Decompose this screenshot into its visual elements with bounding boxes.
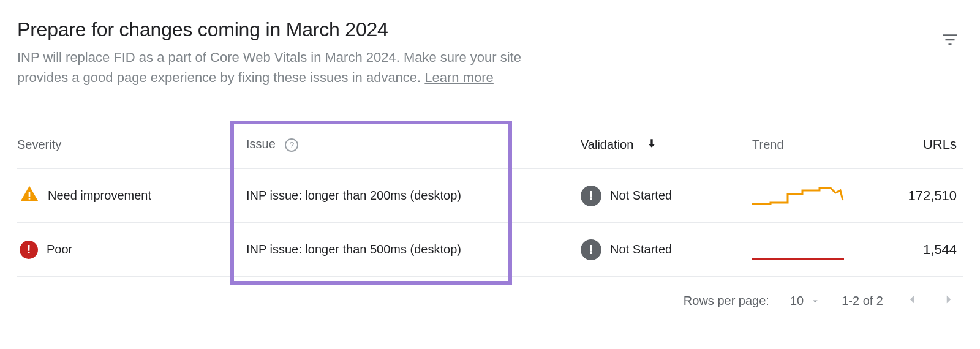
error-circle-icon: ! bbox=[20, 241, 38, 259]
col-header-issue-label: Issue bbox=[246, 137, 276, 151]
severity-label: Need improvement bbox=[48, 189, 151, 203]
exclamation-icon: ! bbox=[581, 186, 601, 206]
urls-count: 1,544 bbox=[887, 242, 963, 258]
dropdown-triangle-icon bbox=[810, 296, 821, 307]
rows-per-page-select[interactable]: 10 bbox=[790, 294, 821, 308]
svg-rect-1 bbox=[29, 198, 31, 200]
table-pagination: Rows per page: 10 1-2 of 2 bbox=[17, 277, 963, 310]
trend-sparkline bbox=[752, 182, 887, 210]
page-title: Prepare for changes coming in March 2024 bbox=[17, 18, 568, 41]
issue-text: INP issue: longer than 500ms (desktop) bbox=[232, 242, 581, 257]
svg-rect-0 bbox=[29, 192, 31, 197]
severity-label: Poor bbox=[47, 242, 72, 257]
col-header-trend: Trend bbox=[752, 138, 887, 152]
table-row[interactable]: ! Poor INP issue: longer than 500ms (des… bbox=[17, 223, 963, 277]
exclamation-icon: ! bbox=[581, 239, 601, 260]
sort-descending-icon bbox=[646, 137, 658, 152]
col-header-severity: Severity bbox=[17, 138, 232, 152]
pagination-range: 1-2 of 2 bbox=[842, 294, 883, 308]
learn-more-link[interactable]: Learn more bbox=[424, 70, 494, 85]
issue-text: INP issue: longer than 200ms (desktop) bbox=[232, 189, 581, 203]
filter-icon[interactable] bbox=[941, 18, 963, 51]
urls-count: 172,510 bbox=[887, 188, 963, 204]
next-page-button[interactable] bbox=[941, 291, 957, 310]
issues-table: Severity Issue ? Validation Trend URLs N… bbox=[17, 124, 963, 277]
rows-per-page-label: Rows per page: bbox=[684, 294, 769, 308]
page-subtitle: INP will replace FID as a part of Core W… bbox=[17, 47, 568, 88]
trend-sparkline bbox=[752, 236, 887, 264]
warning-triangle-icon bbox=[20, 184, 39, 207]
col-header-validation[interactable]: Validation bbox=[581, 137, 752, 152]
prev-page-button[interactable] bbox=[904, 291, 920, 310]
sparkline-path bbox=[752, 188, 843, 204]
col-header-validation-label: Validation bbox=[581, 138, 633, 152]
validation-status: Not Started bbox=[610, 189, 672, 203]
rows-per-page-value: 10 bbox=[790, 294, 804, 308]
validation-status: Not Started bbox=[610, 242, 672, 257]
col-header-urls: URLs bbox=[887, 137, 963, 152]
table-row[interactable]: Need improvement INP issue: longer than … bbox=[17, 169, 963, 223]
col-header-issue: Issue ? bbox=[232, 137, 581, 152]
help-icon[interactable]: ? bbox=[285, 138, 298, 152]
table-header-row: Severity Issue ? Validation Trend URLs bbox=[17, 124, 963, 169]
